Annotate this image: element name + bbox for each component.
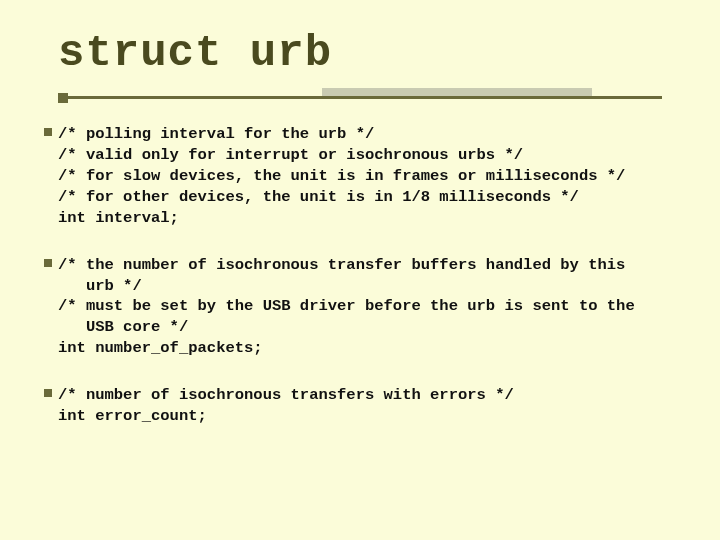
rule-line (58, 96, 662, 99)
code-line: /* polling interval for the urb */ (58, 124, 662, 145)
code-line: urb */ (58, 276, 662, 297)
code-line: int interval; (58, 208, 662, 229)
code-block: /* number of isochronous transfers with … (58, 385, 662, 427)
code-line: /* for slow devices, the unit is in fram… (58, 166, 662, 187)
rule-bullet-icon (58, 93, 68, 103)
block-bullet-icon (44, 389, 52, 397)
code-block: /* the number of isochronous transfer bu… (58, 255, 662, 360)
code-line: int error_count; (58, 406, 662, 427)
code-block: /* polling interval for the urb *//* val… (58, 124, 662, 229)
code-line: /* the number of isochronous transfer bu… (58, 255, 662, 276)
code-line: /* must be set by the USB driver before … (58, 296, 662, 317)
title-rule (58, 88, 662, 102)
block-bullet-icon (44, 128, 52, 136)
code-line: /* number of isochronous transfers with … (58, 385, 662, 406)
code-line: /* for other devices, the unit is in 1/8… (58, 187, 662, 208)
content-area: /* polling interval for the urb *//* val… (58, 124, 662, 427)
block-bullet-icon (44, 259, 52, 267)
slide-title: struct urb (58, 28, 662, 78)
slide: struct urb /* polling interval for the u… (0, 0, 720, 540)
code-line: int number_of_packets; (58, 338, 662, 359)
code-line: USB core */ (58, 317, 662, 338)
code-line: /* valid only for interrupt or isochrono… (58, 145, 662, 166)
